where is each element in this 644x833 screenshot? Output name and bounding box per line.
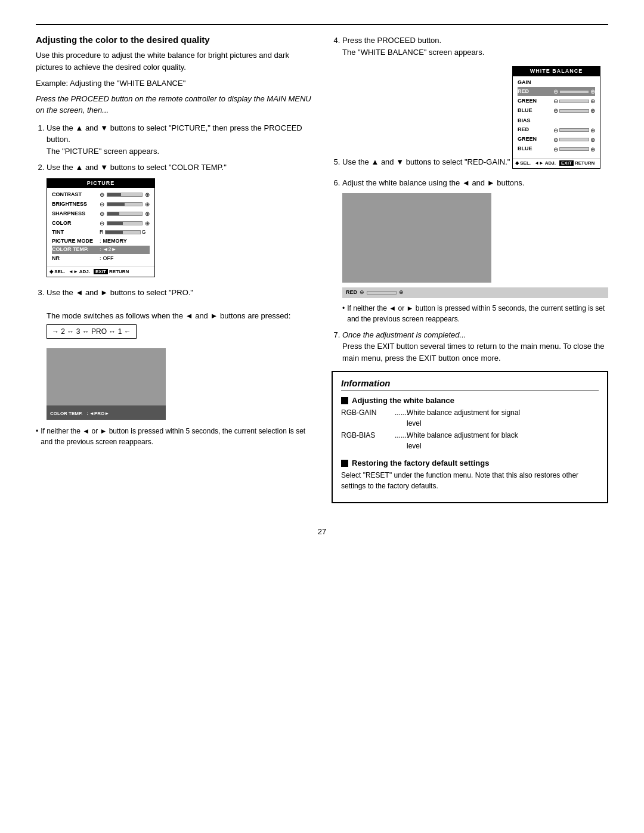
bullet-left: • If neither the ◄ or ► button is presse… bbox=[36, 426, 312, 447]
osd-contrast-bar bbox=[107, 193, 143, 197]
picture-osd-footer: ◆ SEL. ◄► ADJ. EXIT RETURN bbox=[47, 267, 154, 277]
red-bar bbox=[367, 291, 397, 295]
osd-contrast-row: CONTRAST ⊖ ⊕ bbox=[52, 190, 150, 199]
wb-red-bias-row: RED ⊖ ⊕ bbox=[518, 126, 595, 135]
osd-tint-row: TINT R G bbox=[52, 228, 150, 237]
step-7-sub: Press the EXIT button several times to r… bbox=[342, 342, 605, 363]
italic-instruction: Press the PROCEED button on the remote c… bbox=[36, 93, 312, 116]
wb-bias-label: BIAS bbox=[518, 117, 595, 125]
osd-nr-row: NR : OFF bbox=[52, 255, 150, 263]
info-box-title: Information bbox=[341, 378, 599, 391]
picture-osd-body: CONTRAST ⊖ ⊕ BRIGHTNESS ⊖ ⊕ bbox=[47, 188, 154, 265]
picture-osd-title: PICTURE bbox=[47, 179, 154, 188]
osd-color-row: COLOR ⊖ ⊕ bbox=[52, 219, 150, 228]
wb-preview-box bbox=[342, 193, 491, 283]
page-container: Adjusting the color to the desired quali… bbox=[36, 24, 608, 536]
wb-gain-label: GAIN bbox=[518, 79, 595, 87]
step-2: Use the ▲ and ▼ buttons to select "COLOR… bbox=[47, 162, 312, 282]
steps-left: Use the ▲ and ▼ buttons to select "PICTU… bbox=[36, 122, 312, 420]
wb-green-bar bbox=[559, 100, 589, 103]
bullet-right-item: • If neither the ◄ or ► button is presse… bbox=[342, 303, 608, 324]
info-restore-para: Select "RESET" under the function menu. … bbox=[341, 470, 599, 491]
step-1-sub: The "PICTURE" screen appears. bbox=[47, 147, 159, 156]
wb-red-gain-row: RED ⊖ ⊕ bbox=[518, 87, 595, 96]
osd-nr-label: NR bbox=[52, 255, 100, 263]
osd-picture-mode-value: MEMORY bbox=[103, 237, 127, 246]
main-content: Adjusting the color to the desired quali… bbox=[36, 35, 608, 503]
osd-contrast-label: CONTRAST bbox=[52, 191, 100, 199]
info-wb-title: Adjusting the white balance bbox=[341, 396, 599, 405]
wb-red-label: RED bbox=[518, 88, 553, 96]
info-restore-title: Restoring the factory default settings bbox=[341, 459, 599, 467]
rgb-bias-val: White balance adjustment for blacklevel bbox=[407, 430, 599, 451]
osd-color-label: COLOR bbox=[52, 219, 100, 228]
osd-tint-bar bbox=[105, 230, 141, 234]
osd-colortemp-row: COLOR TEMP. : ◄2► bbox=[52, 246, 150, 254]
step-5: Use the ▲ and ▼ buttons to select "RED-G… bbox=[342, 63, 608, 172]
wb-blue-label: BLUE bbox=[518, 107, 553, 115]
step-1: Use the ▲ and ▼ buttons to select "PICTU… bbox=[47, 122, 312, 157]
rgb-bias-key: RGB-BIAS bbox=[341, 430, 395, 451]
osd-picture-mode-row: PICTURE MODE : MEMORY bbox=[52, 237, 150, 246]
wb-blue-bias-row: BLUE ⊖ ⊕ bbox=[518, 145, 595, 154]
osd-brightness-label: BRIGHTNESS bbox=[52, 200, 100, 209]
wb-green-label: GREEN bbox=[518, 97, 553, 106]
wb-blue-bar bbox=[559, 109, 589, 113]
osd-color-bar bbox=[107, 221, 143, 225]
osd-picture-mode-label: PICTURE MODE bbox=[52, 237, 100, 246]
rgb-gain-row: RGB-GAIN ....... White balance adjustmen… bbox=[341, 407, 599, 429]
left-column: Adjusting the color to the desired quali… bbox=[36, 35, 312, 503]
osd-brightness-bar bbox=[107, 202, 143, 206]
bullet-right-text: If neither the ◄ or ► button is pressed … bbox=[347, 303, 608, 324]
step-3-sub: The mode switches as follows when the ◄ … bbox=[47, 311, 290, 320]
page-number: 27 bbox=[36, 527, 608, 536]
osd-brightness-row: BRIGHTNESS ⊖ ⊕ bbox=[52, 200, 150, 209]
section-title: Adjusting the color to the desired quali… bbox=[36, 35, 312, 45]
right-column: Press the PROCEED button. The "WHITE BAL… bbox=[332, 35, 608, 503]
steps-right: Press the PROCEED button. The "WHITE BAL… bbox=[332, 35, 608, 364]
bullet-left-item: • If neither the ◄ or ► button is presse… bbox=[36, 426, 312, 447]
osd-colortemp-value: ◄2► bbox=[103, 246, 117, 254]
wb-red-bar bbox=[559, 90, 589, 94]
step-5-text: Use the ▲ and ▼ buttons to select "RED-G… bbox=[342, 157, 510, 166]
osd-colortemp-label: COLOR TEMP. bbox=[52, 246, 100, 254]
wb-green-bias-row: GREEN ⊖ ⊕ bbox=[518, 135, 595, 144]
step-6: Adjust the white balance using the ◄ and… bbox=[342, 177, 608, 324]
osd-tint-label: TINT bbox=[52, 228, 100, 237]
osd-sharpness-bar bbox=[107, 212, 143, 216]
top-border bbox=[36, 24, 608, 25]
example-heading: Example: Adjusting the "WHITE BALANCE" bbox=[36, 78, 312, 89]
wb-osd-footer: ◆ SEL. ◄► ADJ. EXIT RETURN bbox=[513, 158, 600, 168]
colortemp-preview-label: COLOR TEMP. : ◄PRO► bbox=[47, 405, 166, 420]
step-3: Use the ◄ and ► buttons to select "PRO."… bbox=[47, 287, 312, 420]
info-block-icon-2 bbox=[341, 460, 348, 467]
wb-osd-body: GAIN RED ⊖ ⊕ GREEN ⊖ bbox=[513, 76, 600, 157]
picture-osd: PICTURE CONTRAST ⊖ ⊕ BRIGHTNESS bbox=[47, 178, 155, 278]
wb-preview-bottom: RED ⊖ ⊕ bbox=[342, 287, 608, 298]
info-restore-text: Select "RESET" under the function menu. … bbox=[341, 470, 599, 491]
mode-switch-diagram: → 2 ↔ 3 ↔ PRO ↔ 1 ← bbox=[47, 324, 137, 339]
info-wb-table: RGB-GAIN ....... White balance adjustmen… bbox=[341, 407, 599, 451]
wb-osd-title: WHITE BALANCE bbox=[513, 67, 600, 76]
wb-osd: WHITE BALANCE GAIN RED ⊖ ⊕ GREEN bbox=[512, 66, 600, 169]
wb-blue-gain-row: BLUE ⊖ ⊕ bbox=[518, 106, 595, 115]
rgb-gain-key: RGB-GAIN bbox=[341, 407, 395, 429]
step-4-text: Press the PROCEED button. bbox=[342, 36, 441, 45]
info-block-icon-1 bbox=[341, 397, 348, 404]
red-label: RED bbox=[346, 289, 357, 297]
step-1-text: Use the ▲ and ▼ buttons to select "PICTU… bbox=[47, 123, 302, 144]
step-3-text: Use the ◄ and ► buttons to select "PRO." bbox=[47, 288, 193, 297]
rgb-gain-val: White balance adjustment for signallevel bbox=[407, 407, 599, 429]
wb-preview-container: RED ⊖ ⊕ bbox=[342, 193, 608, 298]
step-2-text: Use the ▲ and ▼ buttons to select "COLOR… bbox=[47, 163, 227, 172]
step-7: Once the adjustment is completed... Pres… bbox=[342, 329, 608, 364]
intro-text: Use this procedure to adjust the white b… bbox=[36, 49, 312, 73]
step-4-sub: The "WHITE BALANCE" screen appears. bbox=[342, 48, 484, 57]
osd-sharpness-row: SHARPNESS ⊖ ⊕ bbox=[52, 209, 150, 218]
osd-nr-value: OFF bbox=[103, 255, 114, 263]
rgb-bias-row: RGB-BIAS ....... White balance adjustmen… bbox=[341, 430, 599, 451]
step-7-italic: Once the adjustment is completed... bbox=[342, 330, 466, 339]
osd-sharpness-label: SHARPNESS bbox=[52, 210, 100, 218]
step-4: Press the PROCEED button. The "WHITE BAL… bbox=[342, 35, 608, 58]
colortemp-preview-box: COLOR TEMP. : ◄PRO► bbox=[47, 348, 166, 420]
